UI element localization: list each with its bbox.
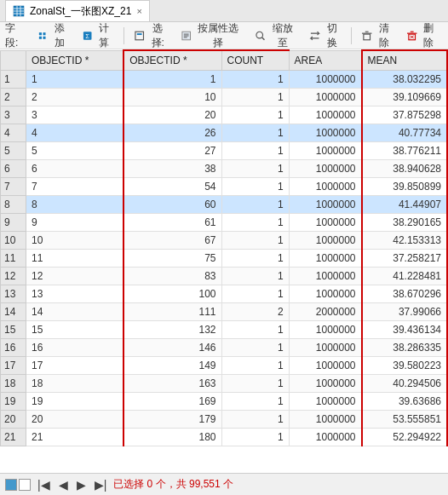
table-row[interactable]: 99611100000038.290165 xyxy=(1,214,448,232)
table-row[interactable]: 18181631100000040.294506 xyxy=(1,375,448,393)
table-row[interactable]: 88601100000041.44907 xyxy=(1,196,448,214)
nav-last-button[interactable]: ▶| xyxy=(93,478,109,492)
table-cell: 20 xyxy=(26,411,124,429)
table-cell: 16 xyxy=(26,339,124,357)
table-cell: 1 xyxy=(221,160,289,178)
table-cell: 39.109669 xyxy=(362,89,447,106)
table-cell: 20 xyxy=(1,411,26,429)
data-table-container[interactable]: OBJECTID * OBJECTID * COUNT AREA MEAN 11… xyxy=(0,49,448,473)
table-cell: 39.580223 xyxy=(362,357,447,375)
table-cell: 12 xyxy=(1,268,26,285)
switch-icon xyxy=(309,30,320,42)
indicator-table[interactable] xyxy=(5,479,17,491)
col-header-count[interactable]: COUNT xyxy=(221,50,289,71)
table-cell: 13 xyxy=(26,285,124,303)
tab-close-button[interactable]: × xyxy=(136,6,141,16)
table-row[interactable]: 15151321100000039.436134 xyxy=(1,321,448,339)
table-cell: 1000000 xyxy=(289,160,361,178)
table-header-row: OBJECTID * OBJECTID * COUNT AREA MEAN xyxy=(1,50,448,71)
table-cell: 37.99066 xyxy=(362,303,447,321)
table-cell: 38.940628 xyxy=(362,160,447,178)
nav-prev-button[interactable]: ◀ xyxy=(57,478,70,492)
table-cell: 1000000 xyxy=(289,250,361,268)
table-row[interactable]: 14141112200000037.99066 xyxy=(1,303,448,321)
sep1 xyxy=(123,27,124,44)
status-text: 已选择 0 个，共 99,551 个 xyxy=(113,477,233,492)
table-cell: 83 xyxy=(123,268,221,285)
table-row[interactable]: 19191691100000039.63686 xyxy=(1,393,448,411)
nav-next-button[interactable]: ▶ xyxy=(75,478,88,492)
table-cell: 17 xyxy=(1,357,26,375)
table-row[interactable]: 66381100000038.940628 xyxy=(1,160,448,178)
table-row[interactable]: 44261100000040.77734 xyxy=(1,124,448,142)
calc-button[interactable]: Σ 计算 xyxy=(78,20,118,52)
table-cell: 8 xyxy=(26,196,124,214)
table-row[interactable]: 20201791100000053.555851 xyxy=(1,411,448,429)
table-cell: 5 xyxy=(1,142,26,160)
col-header-mean[interactable]: MEAN xyxy=(362,50,447,71)
tab[interactable]: ZonalSt_一张图XZ_21 × xyxy=(5,0,150,21)
table-cell: 21 xyxy=(1,429,26,446)
table-cell: 1 xyxy=(221,89,289,106)
table-row[interactable]: 17171491100000039.580223 xyxy=(1,357,448,375)
table-cell: 6 xyxy=(1,160,26,178)
table-cell: 2 xyxy=(221,303,289,321)
table-cell: 100 xyxy=(123,285,221,303)
table-cell: 12 xyxy=(26,268,124,285)
table-cell: 1000000 xyxy=(289,393,361,411)
table-row[interactable]: 77541100000039.850899 xyxy=(1,178,448,196)
table-cell: 1 xyxy=(221,357,289,375)
nav-first-button[interactable]: |◀ xyxy=(36,478,52,492)
table-cell: 1 xyxy=(123,71,221,89)
delete-button[interactable]: 删除 xyxy=(402,20,443,52)
clear-button[interactable]: 清除 xyxy=(357,20,398,52)
table-cell: 38.290165 xyxy=(362,214,447,232)
table-row[interactable]: 1212831100000041.228481 xyxy=(1,268,448,285)
table-row[interactable]: 1010671100000042.153313 xyxy=(1,232,448,250)
indicator-chart[interactable] xyxy=(19,479,31,491)
table-cell: 1000000 xyxy=(289,339,361,357)
col-header-area[interactable]: AREA xyxy=(289,50,361,71)
table-cell: 1 xyxy=(221,285,289,303)
table-cell: 38.776211 xyxy=(362,142,447,160)
attr-select-button[interactable]: 按属性选择 xyxy=(176,20,247,52)
table-cell: 40.294506 xyxy=(362,375,447,393)
table-cell: 52.294922 xyxy=(362,429,447,446)
table-row[interactable]: 13131001100000038.670296 xyxy=(1,285,448,303)
add-button[interactable]: 添加 xyxy=(32,20,73,52)
table-row[interactable]: 22101100000039.109669 xyxy=(1,89,448,106)
zoom-button[interactable]: 缩放至 xyxy=(250,20,302,52)
table-row[interactable]: 21211801100000052.294922 xyxy=(1,429,448,446)
data-table: OBJECTID * OBJECTID * COUNT AREA MEAN 11… xyxy=(0,49,448,446)
table-cell: 11 xyxy=(26,250,124,268)
table-row[interactable]: 55271100000038.776211 xyxy=(1,142,448,160)
table-cell: 1000000 xyxy=(289,124,361,142)
table-cell: 1000000 xyxy=(289,429,361,446)
table-cell: 1 xyxy=(221,429,289,446)
table-cell: 1 xyxy=(221,411,289,429)
table-cell: 1 xyxy=(221,106,289,124)
svg-line-18 xyxy=(262,37,265,39)
switch-button[interactable]: 切换 xyxy=(305,20,346,52)
table-row[interactable]: 1111100000038.032295 xyxy=(1,71,448,89)
table-cell: 1 xyxy=(221,196,289,214)
table-row[interactable]: 1111751100000037.258217 xyxy=(1,250,448,268)
delete-icon xyxy=(406,30,417,42)
table-cell: 10 xyxy=(1,232,26,250)
table-row[interactable]: 16161461100000038.286335 xyxy=(1,339,448,357)
table-cell: 17 xyxy=(26,357,124,375)
table-row[interactable]: 33201100000037.875298 xyxy=(1,106,448,124)
table-cell: 75 xyxy=(123,250,221,268)
col-header-objectid2[interactable]: OBJECTID * xyxy=(123,50,221,71)
table-cell: 169 xyxy=(123,393,221,411)
table-cell: 61 xyxy=(123,214,221,232)
table-cell: 4 xyxy=(1,124,26,142)
table-cell: 1 xyxy=(221,375,289,393)
table-cell: 1000000 xyxy=(289,106,361,124)
svg-rect-12 xyxy=(137,33,142,35)
select-button[interactable]: 选择: xyxy=(129,20,174,52)
table-cell: 1 xyxy=(221,250,289,268)
table-cell: 1 xyxy=(221,214,289,232)
col-header-objectid1[interactable]: OBJECTID * xyxy=(26,50,124,71)
clear-icon xyxy=(361,30,372,42)
